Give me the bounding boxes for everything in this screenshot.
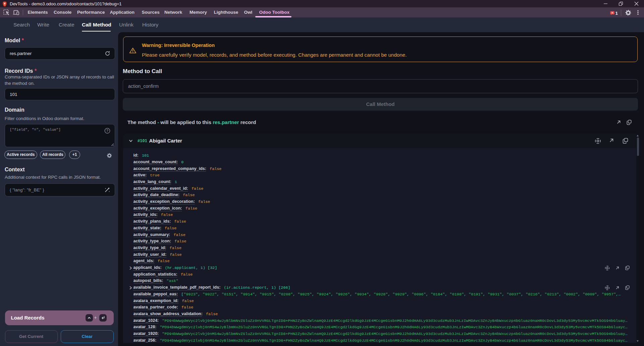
svg-text:?: ?	[106, 129, 108, 133]
